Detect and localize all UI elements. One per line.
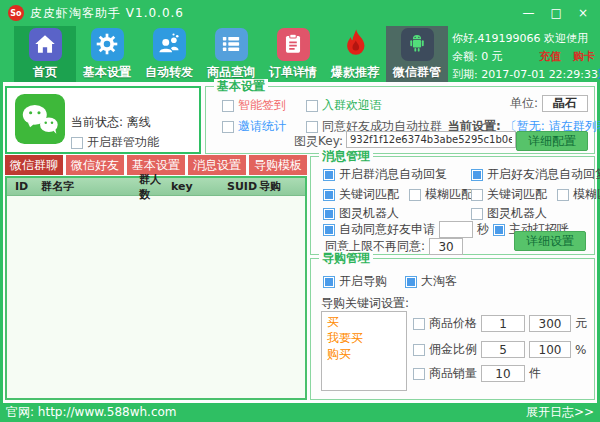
checkbox-box[interactable] [222, 121, 234, 133]
dataoke-checkbox[interactable]: 大淘客 [405, 273, 457, 290]
guide-keywords-listbox[interactable]: 买 我要买 购买 [321, 311, 407, 391]
window-title: 皮皮虾淘客助手 V1.0.0.6 [30, 5, 184, 22]
accept-delay-input[interactable] [439, 221, 473, 238]
toolbar-item-home[interactable]: 首页 [14, 26, 76, 82]
checkbox-label: 佣金比例 [429, 341, 477, 358]
unit-input[interactable] [542, 95, 588, 112]
unit-label: 单位: [510, 95, 538, 112]
detail-settings-button[interactable]: 详细设置 [514, 231, 586, 251]
checkbox-box[interactable] [557, 189, 569, 201]
detail-config-button[interactable]: 详细配置 [516, 131, 588, 151]
sales-unit-label: 件 [529, 365, 541, 382]
commission-max-input[interactable] [529, 341, 571, 358]
close-button[interactable]: × [578, 7, 588, 19]
checkbox-label: 模糊匹配 [425, 186, 473, 203]
tab-wechat-groups[interactable]: 微信群聊 [5, 155, 63, 175]
keyword-match-checkbox-group[interactable]: 关键词匹配 [323, 186, 399, 203]
enable-guide-checkbox[interactable]: 开启导购 [323, 273, 387, 290]
group-auto-reply-checkbox[interactable]: 开启群消息自动回复 [323, 166, 447, 183]
checkbox-box[interactable] [471, 189, 483, 201]
checkbox-box[interactable] [405, 276, 417, 288]
table-body-empty[interactable] [7, 196, 305, 398]
checkbox-box[interactable] [413, 318, 425, 330]
toolbar-item-label: 自动转发 [145, 64, 193, 81]
checkbox-box[interactable] [323, 276, 335, 288]
checkbox-label: 模糊匹配 [573, 186, 600, 203]
toolbar-item-wechat-group[interactable]: 微信群管 [386, 26, 448, 82]
website-link[interactable]: 官网: http://www.588wh.com [6, 404, 177, 421]
column-header: 群名字 [41, 179, 139, 194]
keyword-item[interactable]: 买 [327, 314, 401, 330]
checkbox-box[interactable] [323, 224, 335, 236]
smart-signin-checkbox[interactable]: 智能签到 [222, 97, 286, 114]
checkbox-box[interactable] [306, 100, 318, 112]
checkbox-label: 开启群消息自动回复 [339, 166, 447, 183]
expand-log-link[interactable]: 展开日志>> [526, 404, 594, 421]
keyword-item[interactable]: 购买 [327, 346, 401, 362]
checkbox-box[interactable] [71, 137, 83, 149]
toolbar: 首页 基本设置 自动转发 商品查询 订单详情 [0, 26, 600, 82]
fuzzy-match-checkbox-group[interactable]: 模糊匹配 [409, 186, 473, 203]
join-welcome-checkbox[interactable]: 入群欢迎语 [306, 97, 382, 114]
tab-wechat-friends[interactable]: 微信好友 [66, 155, 124, 175]
table-header: ID 群名字 群人数 key SUID 导购 [7, 178, 305, 196]
checkbox-label: 大淘客 [421, 273, 457, 290]
seconds-label: 秒 [477, 221, 489, 238]
recharge-link[interactable]: 充值 [539, 49, 561, 64]
checkbox-box[interactable] [323, 169, 335, 181]
checkbox-box[interactable] [493, 224, 505, 236]
checkbox-box[interactable] [306, 121, 318, 133]
toolbar-item-order-details[interactable]: 订单详情 [262, 26, 324, 82]
commission-ratio-checkbox[interactable]: 佣金比例 [413, 341, 477, 358]
app-logo-icon: So [8, 5, 24, 21]
checkbox-box[interactable] [409, 189, 421, 201]
toolbar-item-label: 首页 [33, 64, 57, 81]
price-unit-label: 元 [575, 315, 587, 332]
maximize-button[interactable]: □ [551, 7, 562, 19]
turing-robot-checkbox-friend[interactable]: 图灵机器人 [471, 205, 547, 222]
column-header: key [171, 180, 227, 193]
checkbox-label: 关键词匹配 [339, 186, 399, 203]
wechat-status-panel: 当前状态: 离线 开启群管功能 [5, 86, 201, 154]
accept-limit-input[interactable] [429, 238, 463, 255]
turing-key-input[interactable] [346, 131, 516, 148]
fuzzy-match-checkbox-friend[interactable]: 模糊匹配 [557, 186, 600, 203]
invite-stats-checkbox[interactable]: 邀请统计 [222, 118, 286, 135]
checkbox-box[interactable] [222, 100, 234, 112]
price-min-input[interactable] [481, 315, 525, 332]
commission-min-input[interactable] [481, 341, 525, 358]
toolbar-item-label: 基本设置 [83, 64, 131, 81]
tab-guide-template[interactable]: 导购模板 [249, 155, 307, 175]
basic-settings-group: 基本设置 智能签到 入群欢迎语 单位: 邀请统计 [205, 86, 595, 154]
tab-message-settings[interactable]: 消息设置 [188, 155, 246, 175]
enable-group-management-checkbox[interactable]: 开启群管功能 [71, 134, 159, 151]
keyword-match-checkbox-friend[interactable]: 关键词匹配 [471, 186, 547, 203]
auto-forward-people-icon [153, 28, 186, 61]
checkbox-label: 智能签到 [238, 97, 286, 114]
checkbox-box[interactable] [471, 208, 483, 220]
product-price-checkbox[interactable]: 商品价格 [413, 315, 477, 332]
toolbar-item-auto-forward[interactable]: 自动转发 [138, 26, 200, 82]
toolbar-item-label: 商品查询 [207, 64, 255, 81]
greeting-text: 你好,419199066 欢迎使用 [452, 31, 588, 46]
turing-robot-checkbox-group[interactable]: 图灵机器人 [323, 205, 399, 222]
toolbar-item-label: 微信群管 [393, 64, 441, 81]
expiry-text: 到期: 2017-07-01 22:29:33 [452, 67, 598, 82]
toolbar-item-product-query[interactable]: 商品查询 [200, 26, 262, 82]
checkbox-box[interactable] [413, 368, 425, 380]
minimize-button[interactable]: — [523, 7, 535, 19]
sales-input[interactable] [481, 365, 525, 382]
checkbox-label: 商品销量 [429, 365, 477, 382]
toolbar-item-hot-recommend[interactable]: 爆款推荐 [324, 26, 386, 82]
product-sales-checkbox[interactable]: 商品销量 [413, 365, 477, 382]
checkbox-box[interactable] [323, 208, 335, 220]
checkbox-box[interactable] [413, 344, 425, 356]
price-max-input[interactable] [529, 315, 571, 332]
toolbar-item-basic-settings[interactable]: 基本设置 [76, 26, 138, 82]
keyword-item[interactable]: 我要买 [327, 330, 401, 346]
friend-auto-reply-checkbox[interactable]: 开启好友消息自动回复 [471, 166, 600, 183]
checkbox-box[interactable] [471, 169, 483, 181]
buy-card-link[interactable]: 购卡 [573, 49, 595, 64]
auto-accept-friend-checkbox[interactable]: 自动同意好友申请 [323, 221, 435, 238]
checkbox-box[interactable] [323, 189, 335, 201]
